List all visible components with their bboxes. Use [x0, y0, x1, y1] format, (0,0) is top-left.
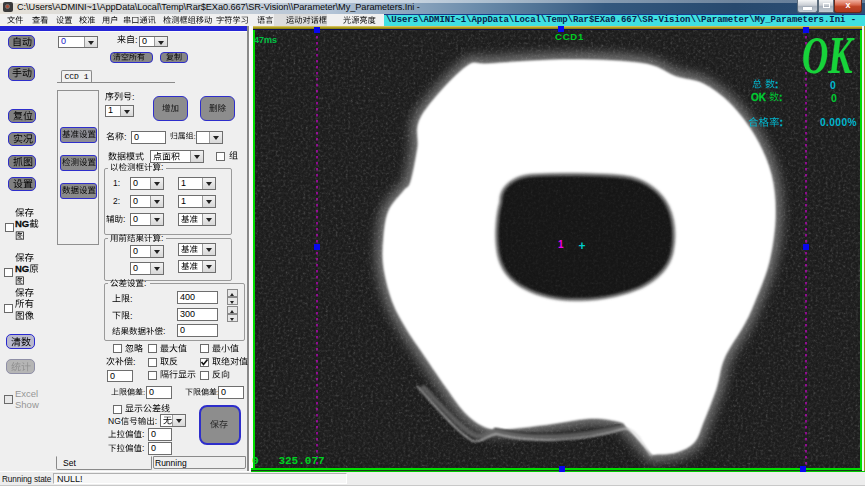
svg-text::: :	[130, 311, 133, 321]
svg-text::: :	[132, 92, 135, 102]
svg-text::: :	[161, 163, 163, 172]
svg-text::: :	[161, 234, 163, 243]
svg-text::: :	[142, 444, 144, 453]
svg-text::: :	[130, 294, 133, 304]
svg-text:OK: OK	[802, 30, 855, 76]
svg-text::: :	[143, 388, 145, 397]
svg-text::: :	[144, 279, 146, 288]
svg-text:NG: NG	[15, 264, 29, 274]
svg-text::: :	[163, 327, 165, 336]
svg-text::: :	[155, 417, 157, 426]
svg-text:1:: 1:	[113, 179, 120, 188]
svg-text:OK: OK	[751, 92, 767, 103]
svg-text::: :	[775, 79, 778, 90]
svg-text::: :	[779, 92, 782, 103]
svg-text:2:: 2:	[113, 197, 120, 206]
svg-text::: :	[135, 35, 138, 45]
svg-text::: :	[193, 132, 195, 141]
svg-text:NG: NG	[108, 417, 121, 426]
svg-text::: :	[124, 132, 127, 142]
svg-text::: :	[133, 357, 136, 367]
svg-text:NG: NG	[15, 219, 29, 229]
svg-text::: :	[142, 430, 144, 439]
svg-text::: :	[123, 215, 125, 224]
svg-text::: :	[780, 117, 784, 128]
